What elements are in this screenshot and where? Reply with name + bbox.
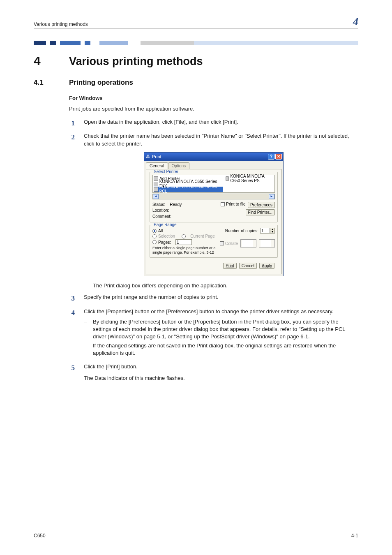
print-to-file-checkbox[interactable]: Print to file: [221, 202, 245, 206]
radio-pages[interactable]: Pages:: [152, 239, 220, 245]
subsection-title: For Windows: [69, 95, 358, 101]
content-column: For Windows Print jobs are specified fro…: [69, 95, 358, 388]
step-text: Click the [Print] button.: [84, 363, 358, 371]
band-seg: [46, 41, 50, 45]
tab-options[interactable]: Options: [168, 162, 189, 169]
pages-input[interactable]: [175, 239, 192, 245]
scroll-right-icon[interactable]: ►: [269, 194, 274, 199]
section-heading: 4.1 Printing operations: [34, 79, 358, 87]
copies-label: Number of copies:: [225, 229, 258, 233]
printer-icon: [226, 176, 229, 181]
chevron-down-icon: ▼: [270, 231, 274, 233]
printer-list[interactable]: Add Printer KONICA MINOLTA C650 Series F…: [152, 175, 275, 193]
copies-spinner[interactable]: ▲▼: [260, 228, 275, 234]
print-dialog-figure: 🖶 Print ? ✕ General Options Select Print…: [69, 152, 358, 276]
collate-icon: [240, 239, 256, 247]
copies-input[interactable]: [260, 228, 270, 234]
location-label: Location:: [152, 208, 182, 214]
list-text: The Print dialog box differs depending o…: [93, 282, 228, 289]
collate-icon: [259, 239, 275, 247]
comment-label: Comment:: [152, 214, 182, 220]
list-item[interactable]: KONICA MINOLTA C650 Series PS: [226, 176, 274, 181]
step-number: 3: [69, 294, 75, 304]
radio-selection: Selection Current Page: [152, 234, 220, 238]
apply-button[interactable]: Apply: [259, 263, 274, 269]
band-seg: [90, 41, 99, 45]
find-printer-button[interactable]: Find Printer...: [246, 209, 275, 215]
dash-list: –The Print dialog box differs depending …: [84, 282, 358, 289]
help-button[interactable]: ?: [268, 154, 274, 160]
list-text: If the changed settings are not saved in…: [93, 342, 358, 357]
dialog-titlebar: 🖶 Print ? ✕: [144, 153, 283, 161]
horizontal-scrollbar[interactable]: ◄ ►: [152, 194, 275, 199]
band-seg: [194, 41, 358, 45]
group-page-range: Page Range All Selection Current Page Pa…: [150, 225, 278, 258]
step-4: 4 Click the [Properties] button or the […: [69, 308, 358, 359]
step-1: 1 Open the data in the application, clic…: [69, 118, 358, 129]
radio-label: Selection: [158, 234, 175, 238]
step-number: 4: [69, 308, 75, 359]
status-label: Status:: [152, 202, 165, 207]
list-item: –By clicking the [Preferences] button or…: [84, 318, 358, 341]
scroll-left-icon[interactable]: ◄: [153, 194, 159, 199]
dialog-footer: Print Cancel Apply: [150, 260, 278, 271]
status-value: Ready: [170, 202, 182, 207]
step-2: 2 Check that the printer name has been s…: [69, 132, 358, 148]
page-footer: C650 4-1: [34, 531, 358, 539]
print-button[interactable]: Print: [223, 263, 237, 269]
intro-paragraph: Print jobs are specified from the applic…: [69, 105, 358, 113]
step-3: 3 Specify the print range and the number…: [69, 294, 358, 304]
list-item: –If the changed settings are not saved i…: [84, 342, 358, 357]
band-seg: [34, 41, 46, 45]
step-number: 2: [69, 132, 75, 148]
list-item-selected[interactable]: KONICA MINOLTA C650 Series PCL: [154, 187, 223, 192]
checkbox-label: Print to file: [226, 202, 245, 206]
band-seg: [85, 41, 90, 45]
step-number: 5: [69, 363, 75, 388]
dialog-title: Print: [152, 154, 161, 159]
band-seg: [81, 41, 85, 45]
cancel-button[interactable]: Cancel: [239, 263, 257, 269]
step-text: Click the [Properties] button or the [Pr…: [84, 308, 358, 316]
group-title: Select Printer: [152, 169, 180, 174]
checkbox-icon: [220, 241, 224, 245]
step-text: Specify the print range and the number o…: [84, 294, 358, 304]
scroll-track[interactable]: [159, 194, 269, 199]
add-printer-icon: [154, 176, 158, 181]
tab-general[interactable]: General: [146, 162, 168, 169]
radio-icon: [182, 234, 186, 238]
band-seg: [141, 41, 194, 45]
radio-icon: [152, 229, 157, 233]
band-seg: [56, 41, 60, 45]
section-number: 4.1: [34, 79, 55, 87]
radio-icon: [152, 234, 157, 238]
preferences-button[interactable]: Preferences: [248, 202, 275, 208]
chapter-heading: 4 Various printing methods: [34, 54, 358, 68]
spinner-buttons[interactable]: ▲▼: [270, 228, 275, 234]
chapter-number: 4: [34, 54, 55, 68]
pages-hint: Enter either a single page number or a s…: [152, 246, 220, 255]
radio-label: Pages:: [158, 240, 171, 245]
printer-name: KONICA MINOLTA C650 Series PCL: [159, 185, 224, 194]
close-button[interactable]: ✕: [275, 154, 282, 160]
group-select-printer: Select Printer Add Printer KONICA MINOLT…: [150, 172, 278, 223]
radio-all[interactable]: All: [152, 229, 220, 233]
running-header-number: 4: [353, 16, 358, 27]
running-header: Various printing methods 4: [34, 16, 358, 28]
step-text: Check that the printer name has been sel…: [84, 132, 358, 148]
band-seg: [60, 41, 81, 45]
printer-icon: 🖶: [146, 154, 150, 159]
list-item: –The Print dialog box differs depending …: [84, 282, 358, 289]
step-number: 1: [69, 118, 75, 129]
step-after-text: The Data indicator of this machine flash…: [84, 375, 358, 382]
section-title: Printing operations: [69, 79, 133, 87]
page: Various printing methods 4 4 Various pri…: [0, 0, 392, 555]
printer-name: KONICA MINOLTA C650 Series PS: [230, 174, 274, 183]
running-header-title: Various printing methods: [34, 21, 88, 27]
group-title: Page Range: [152, 222, 178, 227]
printer-icon: [154, 187, 158, 192]
chapter-title: Various printing methods: [69, 55, 203, 68]
band-seg: [50, 41, 56, 45]
decorative-band: [34, 41, 358, 45]
checkbox-icon: [221, 202, 225, 206]
